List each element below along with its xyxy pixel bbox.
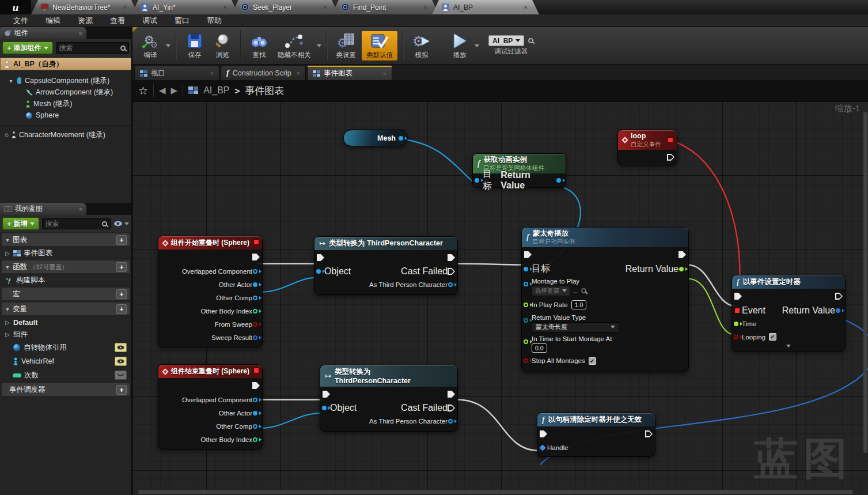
node-mesh-variable[interactable]: Mesh [343,130,408,146]
functions-section-header[interactable]: ▾ 函数 （32可覆盖） + [2,260,130,273]
add-new-button[interactable]: + 新增 [2,217,39,230]
vertical-scrollbar[interactable] [863,112,867,453]
node-begin-overlap[interactable]: 组件开始重叠时 (Sphere) Overlapped Component Ot… [158,236,263,347]
pin-as-character-out[interactable] [448,282,453,287]
close-icon[interactable]: × [79,30,82,37]
nav-back-icon[interactable]: ◀ [159,85,166,96]
pin-other-body-index[interactable] [253,437,257,442]
expand-icon[interactable]: ▷ [5,319,10,326]
chevron-down-icon[interactable] [475,44,479,47]
pin-target-in[interactable] [524,267,528,271]
nav-forward-icon[interactable]: ▶ [171,85,178,96]
variable-row-rotating-object[interactable]: 自转物体引用 [0,341,131,354]
pin-other-comp[interactable] [253,296,257,300]
tab-event-graph[interactable]: 事件图表 × [307,66,392,80]
pin-other-actor[interactable] [253,411,257,415]
pin-exec-in[interactable] [540,430,547,437]
node-loop-event[interactable]: loop 自定义事件 [617,130,677,165]
eye-toggle-on[interactable] [115,357,127,366]
pin-sweep-result[interactable] [253,335,257,340]
add-macro-button[interactable]: + [116,289,127,299]
pin-exec-out[interactable] [645,430,653,437]
breadcrumb-current[interactable]: 事件图表 [245,84,284,97]
pin-object-in[interactable] [322,406,327,410]
tree-item-mesh[interactable]: Mesh (继承) [0,98,131,109]
tree-item-arrow[interactable]: ArrowComponent (继承) [0,86,131,98]
tab-my-blueprint-panel[interactable]: 我的蓝图 × [0,203,86,215]
pin-target-in[interactable] [475,178,479,183]
browse-button[interactable]: 浏览 [209,31,236,61]
save-button[interactable]: 保存 [181,31,209,61]
return-value-type-dropdown[interactable]: 蒙太奇长度 [532,322,619,332]
node-play-montage[interactable]: f 蒙太奇播放 目标是动画实例 目标 Return Value [521,227,689,372]
pin-overlapped-component[interactable] [253,398,257,402]
components-search-input[interactable] [59,44,120,52]
close-icon[interactable]: × [383,70,386,77]
collapse-icon[interactable]: ▾ [8,78,14,84]
node-expand-arrow[interactable] [732,343,845,350]
compile-button[interactable]: ⚙⚙✔ 编译 [136,31,165,61]
pin-exec-out[interactable] [448,391,455,398]
pin-other-comp[interactable] [253,424,257,429]
eye-toggle-off[interactable] [115,371,127,380]
tab-ai-yin[interactable]: AI_Yin* × [131,0,238,14]
pin-from-sweep[interactable] [253,322,257,327]
eye-toggle-on[interactable] [115,343,127,352]
tab-seek-player[interactable]: Seek_Player × [232,0,339,14]
add-variable-button[interactable]: + [116,304,127,314]
class-settings-button[interactable]: ⚙ 类设置 [332,31,361,61]
variable-row-count[interactable]: 次数 [0,368,131,382]
tab-newbehaviortree[interactable]: NewBehaviorTree* × [31,0,138,14]
node-set-timer-by-event[interactable]: f 以事件设置定时器 Event Return Value [731,275,846,352]
default-group-row[interactable]: ▷ Default [0,316,131,328]
pin-exec-out[interactable] [252,382,260,389]
node-get-anim-instance[interactable]: f 获取动画实例 目标是骨架网格体组件 目标 Return Value [472,153,566,188]
add-function-button[interactable]: + [116,262,127,272]
dispatchers-section-header[interactable]: 事件调度器 + [2,383,130,396]
tree-item-character-movement[interactable]: ◇ CharacterMovement (继承) [0,129,131,141]
pin-exec-out[interactable] [448,254,455,261]
add-graph-button[interactable]: + [116,235,127,245]
tab-construction-script[interactable]: f Construction Scrip × [221,66,306,80]
pin-exec-in[interactable] [317,254,324,261]
macros-section-header[interactable]: 宏 + [2,288,130,300]
visibility-filter-button[interactable] [113,221,129,226]
tree-item-sphere[interactable]: Sphere [0,109,131,121]
start-time-input[interactable]: 0.0 [532,343,547,353]
node-clear-timer[interactable]: f 以句柄清除定时器并使之无效 Handle [537,413,655,457]
chevron-down-icon[interactable] [317,44,321,47]
use-selected-icon[interactable]: ← [573,288,579,294]
pin-exec-out[interactable] [679,251,686,258]
simulate-button[interactable]: ⚙ 模拟 [408,31,435,61]
menu-debug[interactable]: 调试 [134,16,166,26]
pin-cast-failed-out[interactable] [448,268,455,275]
menu-asset[interactable]: 资源 [69,16,101,26]
pin-as-character-out[interactable] [448,419,453,424]
menu-edit[interactable]: 编辑 [37,16,69,26]
node-cast-1[interactable]: ↦ 类型转换为 ThirdPersonCharacter Object Cast… [314,236,458,295]
expand-icon[interactable]: ▷ [5,250,10,256]
tab-ai-bp[interactable]: AI_BP × [432,0,539,14]
variables-section-header[interactable]: ▾ 变量 + [2,303,130,315]
pin-mesh-out[interactable] [399,136,403,141]
close-icon[interactable]: × [297,70,300,77]
tree-item-capsule[interactable]: ▾ CapsuleComponent (继承) [0,75,131,86]
menu-view[interactable]: 查看 [101,16,134,26]
pin-delegate-out[interactable] [668,137,673,143]
pin-exec-out[interactable] [835,293,843,300]
close-icon[interactable]: × [323,3,327,12]
pin-exec-in[interactable] [323,391,330,398]
event-graph-canvas[interactable]: 缩放-1 Mesh [132,101,868,495]
search-icon[interactable] [528,38,533,43]
pin-time-in[interactable] [734,322,738,326]
pin-in-time-to-start[interactable] [524,339,528,344]
close-icon[interactable]: × [524,3,528,12]
my-blueprint-search[interactable] [42,218,111,229]
pin-return-value-type[interactable] [524,318,528,323]
bookmark-star-icon[interactable]: ☆ [138,84,148,97]
my-blueprint-search-input[interactable] [46,220,102,228]
debug-object-dropdown[interactable]: AI_BP [488,35,524,46]
pin-stop-all-montages[interactable] [524,358,528,363]
pin-delegate-out[interactable] [253,368,259,373]
components-group-row[interactable]: ▷ 组件 [0,328,131,341]
